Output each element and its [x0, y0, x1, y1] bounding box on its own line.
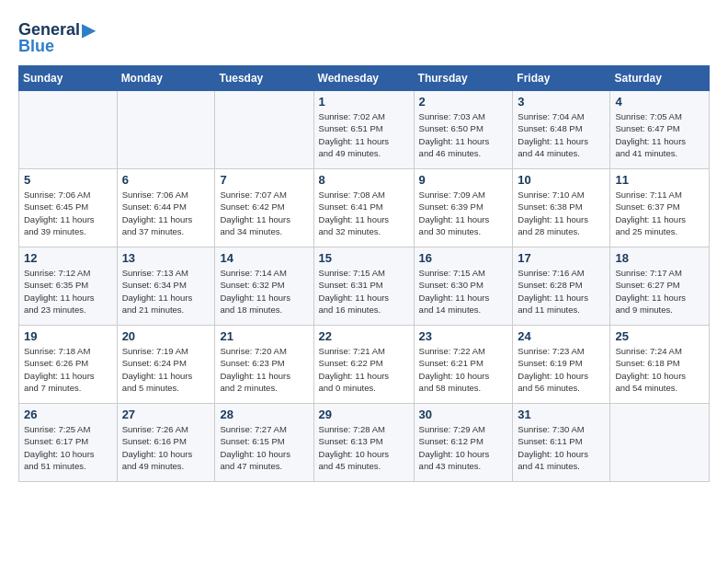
day-number: 24 — [518, 329, 605, 343]
day-number: 21 — [220, 329, 308, 343]
day-number: 5 — [24, 173, 112, 187]
calendar-cell: 7Sunrise: 7:07 AMSunset: 6:42 PMDaylight… — [215, 169, 313, 247]
calendar-cell — [19, 91, 118, 169]
calendar-cell: 23Sunrise: 7:22 AMSunset: 6:21 PMDayligh… — [414, 326, 513, 404]
day-info: Sunrise: 7:11 AMSunset: 6:37 PMDaylight:… — [615, 189, 704, 237]
day-number: 18 — [615, 251, 704, 265]
day-info: Sunrise: 7:23 AMSunset: 6:19 PMDaylight:… — [518, 345, 605, 394]
calendar-cell: 24Sunrise: 7:23 AMSunset: 6:19 PMDayligh… — [513, 326, 610, 404]
col-thursday: Thursday — [414, 66, 513, 91]
day-number: 27 — [122, 408, 210, 421]
day-info: Sunrise: 7:29 AMSunset: 6:12 PMDaylight:… — [419, 423, 508, 472]
calendar-week-row: 26Sunrise: 7:25 AMSunset: 6:17 PMDayligh… — [19, 404, 710, 482]
calendar-cell: 26Sunrise: 7:25 AMSunset: 6:17 PMDayligh… — [19, 404, 118, 482]
calendar-cell: 16Sunrise: 7:15 AMSunset: 6:30 PMDayligh… — [414, 247, 513, 326]
day-info: Sunrise: 7:12 AMSunset: 6:35 PMDaylight:… — [24, 267, 112, 316]
day-info: Sunrise: 7:17 AMSunset: 6:27 PMDaylight:… — [615, 267, 704, 316]
day-number: 23 — [419, 329, 508, 343]
calendar-cell: 6Sunrise: 7:06 AMSunset: 6:44 PMDaylight… — [117, 169, 215, 247]
day-number: 8 — [319, 173, 409, 187]
calendar-cell: 15Sunrise: 7:15 AMSunset: 6:31 PMDayligh… — [313, 247, 414, 326]
day-info: Sunrise: 7:08 AMSunset: 6:41 PMDaylight:… — [319, 189, 409, 237]
day-info: Sunrise: 7:02 AMSunset: 6:51 PMDaylight:… — [319, 110, 409, 159]
day-number: 20 — [122, 329, 210, 343]
calendar-cell: 22Sunrise: 7:21 AMSunset: 6:22 PMDayligh… — [313, 326, 414, 404]
day-number: 2 — [419, 95, 508, 109]
day-info: Sunrise: 7:06 AMSunset: 6:45 PMDaylight:… — [24, 189, 112, 237]
day-info: Sunrise: 7:15 AMSunset: 6:31 PMDaylight:… — [319, 267, 409, 316]
calendar-cell: 31Sunrise: 7:30 AMSunset: 6:11 PMDayligh… — [513, 404, 610, 482]
day-info: Sunrise: 7:28 AMSunset: 6:13 PMDaylight:… — [319, 423, 409, 472]
day-number: 31 — [518, 408, 605, 421]
calendar-table: Sunday Monday Tuesday Wednesday Thursday… — [18, 65, 710, 482]
col-wednesday: Wednesday — [313, 66, 414, 91]
day-number: 30 — [419, 408, 508, 421]
calendar-cell: 2Sunrise: 7:03 AMSunset: 6:50 PMDaylight… — [414, 91, 513, 169]
calendar-cell: 4Sunrise: 7:05 AMSunset: 6:47 PMDaylight… — [610, 91, 710, 169]
col-saturday: Saturday — [610, 66, 710, 91]
calendar-cell: 14Sunrise: 7:14 AMSunset: 6:32 PMDayligh… — [215, 247, 313, 326]
day-info: Sunrise: 7:18 AMSunset: 6:26 PMDaylight:… — [24, 345, 112, 394]
logo: General ▶ Blue — [18, 18, 96, 56]
day-number: 1 — [319, 95, 409, 109]
page-header: General ▶ Blue — [18, 18, 710, 56]
calendar-week-row: 19Sunrise: 7:18 AMSunset: 6:26 PMDayligh… — [19, 326, 710, 404]
day-number: 13 — [122, 251, 210, 265]
calendar-header-row: Sunday Monday Tuesday Wednesday Thursday… — [19, 66, 710, 91]
day-info: Sunrise: 7:30 AMSunset: 6:11 PMDaylight:… — [518, 423, 605, 472]
calendar-cell: 13Sunrise: 7:13 AMSunset: 6:34 PMDayligh… — [117, 247, 215, 326]
day-number: 4 — [615, 95, 704, 109]
day-number: 6 — [122, 173, 210, 187]
calendar-cell: 29Sunrise: 7:28 AMSunset: 6:13 PMDayligh… — [313, 404, 414, 482]
day-number: 15 — [319, 251, 409, 265]
day-number: 10 — [518, 173, 605, 187]
col-friday: Friday — [513, 66, 610, 91]
logo-blue-text: Blue — [18, 37, 54, 56]
calendar-cell: 25Sunrise: 7:24 AMSunset: 6:18 PMDayligh… — [610, 326, 710, 404]
calendar-cell — [117, 91, 215, 169]
day-info: Sunrise: 7:10 AMSunset: 6:38 PMDaylight:… — [518, 189, 605, 237]
day-info: Sunrise: 7:19 AMSunset: 6:24 PMDaylight:… — [122, 345, 210, 394]
calendar-cell: 18Sunrise: 7:17 AMSunset: 6:27 PMDayligh… — [610, 247, 710, 326]
calendar-cell: 5Sunrise: 7:06 AMSunset: 6:45 PMDaylight… — [19, 169, 118, 247]
day-info: Sunrise: 7:16 AMSunset: 6:28 PMDaylight:… — [518, 267, 605, 316]
day-info: Sunrise: 7:14 AMSunset: 6:32 PMDaylight:… — [220, 267, 308, 316]
day-number: 29 — [319, 408, 409, 421]
day-info: Sunrise: 7:22 AMSunset: 6:21 PMDaylight:… — [419, 345, 508, 394]
day-info: Sunrise: 7:09 AMSunset: 6:39 PMDaylight:… — [419, 189, 508, 237]
day-number: 3 — [518, 95, 605, 109]
day-number: 12 — [24, 251, 112, 265]
day-info: Sunrise: 7:26 AMSunset: 6:16 PMDaylight:… — [122, 423, 210, 472]
day-info: Sunrise: 7:05 AMSunset: 6:47 PMDaylight:… — [615, 110, 704, 159]
calendar-cell: 3Sunrise: 7:04 AMSunset: 6:48 PMDaylight… — [513, 91, 610, 169]
day-info: Sunrise: 7:03 AMSunset: 6:50 PMDaylight:… — [419, 110, 508, 159]
day-number: 26 — [24, 408, 112, 421]
calendar-week-row: 5Sunrise: 7:06 AMSunset: 6:45 PMDaylight… — [19, 169, 710, 247]
day-number: 11 — [615, 173, 704, 187]
day-info: Sunrise: 7:07 AMSunset: 6:42 PMDaylight:… — [220, 189, 308, 237]
calendar-cell: 1Sunrise: 7:02 AMSunset: 6:51 PMDaylight… — [313, 91, 414, 169]
calendar-cell: 12Sunrise: 7:12 AMSunset: 6:35 PMDayligh… — [19, 247, 118, 326]
calendar-cell: 17Sunrise: 7:16 AMSunset: 6:28 PMDayligh… — [513, 247, 610, 326]
calendar-cell: 11Sunrise: 7:11 AMSunset: 6:37 PMDayligh… — [610, 169, 710, 247]
day-number: 17 — [518, 251, 605, 265]
day-number: 9 — [419, 173, 508, 187]
day-info: Sunrise: 7:25 AMSunset: 6:17 PMDaylight:… — [24, 423, 112, 472]
day-number: 22 — [319, 329, 409, 343]
calendar-cell: 9Sunrise: 7:09 AMSunset: 6:39 PMDaylight… — [414, 169, 513, 247]
day-info: Sunrise: 7:20 AMSunset: 6:23 PMDaylight:… — [220, 345, 308, 394]
day-info: Sunrise: 7:24 AMSunset: 6:18 PMDaylight:… — [615, 345, 704, 394]
calendar-cell: 10Sunrise: 7:10 AMSunset: 6:38 PMDayligh… — [513, 169, 610, 247]
day-info: Sunrise: 7:27 AMSunset: 6:15 PMDaylight:… — [220, 423, 308, 472]
day-info: Sunrise: 7:06 AMSunset: 6:44 PMDaylight:… — [122, 189, 210, 237]
calendar-cell: 28Sunrise: 7:27 AMSunset: 6:15 PMDayligh… — [215, 404, 313, 482]
day-info: Sunrise: 7:15 AMSunset: 6:30 PMDaylight:… — [419, 267, 508, 316]
calendar-cell: 8Sunrise: 7:08 AMSunset: 6:41 PMDaylight… — [313, 169, 414, 247]
col-tuesday: Tuesday — [215, 66, 313, 91]
calendar-cell: 27Sunrise: 7:26 AMSunset: 6:16 PMDayligh… — [117, 404, 215, 482]
calendar-cell — [215, 91, 313, 169]
col-monday: Monday — [117, 66, 215, 91]
calendar-cell: 30Sunrise: 7:29 AMSunset: 6:12 PMDayligh… — [414, 404, 513, 482]
calendar-cell — [610, 404, 710, 482]
logo-bird-icon: ▶ — [82, 18, 96, 40]
